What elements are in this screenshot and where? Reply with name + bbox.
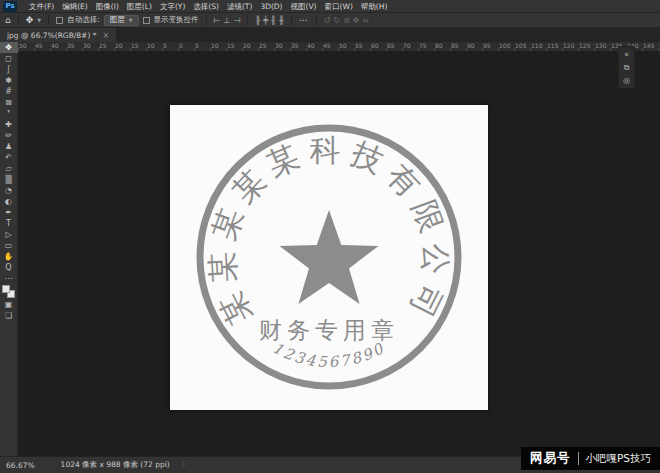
eraser-tool[interactable]: ▱ [0,163,18,174]
ruler-tick-label: 50 [18,42,34,51]
separator [247,15,248,25]
type-tool[interactable]: T [0,218,18,229]
edit-toolbar-button[interactable]: ⋯ [0,273,18,284]
ruler-tick-label: 80 [434,42,450,51]
foreground-color-swatch[interactable] [2,285,10,293]
magic-wand-tool[interactable]: ✱ [0,75,18,86]
separator [48,15,49,25]
crop-tool[interactable]: # [0,86,18,97]
ruler-tick-label: 120 [562,42,578,51]
seal-numbers-text: 1234567890 [270,339,389,371]
ruler-tick-label: 75 [418,42,434,51]
tools-panel: ✥◻ʃ✱#⊠❜✚✏♟↶▱▒◔◐✒T▷▭✋Q ⋯ ▣ ❏ [0,42,18,456]
canvas-area[interactable]: 某某某某某科技有限公司 财务专用章 1234567890 [18,52,660,456]
color-swatches[interactable] [0,284,18,299]
ruler-tick-label: 100 [498,42,514,51]
clone-stamp-tool[interactable]: ♟ [0,141,18,152]
distribute-icons: ╟╪╢╫ [255,16,283,25]
show-transform-label: 显示变换控件 [154,15,199,25]
blur-tool[interactable]: ◔ [0,185,18,196]
auto-select-label: 自动选择: [67,15,100,25]
ruler-tick-label: 20 [242,42,258,51]
dodge-tool[interactable]: ◐ [0,196,18,207]
pen-tool[interactable]: ✒ [0,207,18,218]
ruler-tick-label: 40 [50,42,66,51]
align-center-icon[interactable]: ⊥ [223,16,230,25]
menu-layer[interactable]: 图层(L) [123,0,156,13]
ruler-tick-label: 65 [386,42,402,51]
menu-help[interactable]: 帮助(H) [357,0,392,13]
menu-3d[interactable]: 3D(D) [256,0,286,13]
eyedropper-tool[interactable]: ❜ [0,108,18,119]
ruler-tick-label: 105 [514,42,530,51]
brush-tool[interactable]: ✏ [0,130,18,141]
screen-mode-button[interactable]: ❏ [0,310,18,321]
shape-tool[interactable]: ▭ [0,240,18,251]
separator [316,15,317,25]
frame-tool[interactable]: ⊠ [0,97,18,108]
status-options-chevron[interactable]: 〉 [182,460,190,470]
ruler-tick-label: 25 [98,42,114,51]
healing-brush-tool[interactable]: ✚ [0,119,18,130]
ruler-tick-label: 50 [338,42,354,51]
path-selection-tool[interactable]: ▷ [0,229,18,240]
marquee-tool[interactable]: ◻ [0,53,18,64]
menu-type[interactable]: 文字(Y) [156,0,189,13]
document-canvas[interactable]: 某某某某某科技有限公司 财务专用章 1234567890 [170,105,488,410]
distribute-bottom-icon[interactable]: ╢ [271,16,276,25]
ruler-tick-label: 15 [130,42,146,51]
3d-slide-icon: ✥ [353,16,360,25]
ruler-tick-label: 10 [146,42,162,51]
menu-view[interactable]: 视图(V) [287,0,321,13]
properties-panel-icon[interactable]: ◎ [618,74,635,87]
3d-orbit-icon: ↺ [324,16,331,25]
menu-file[interactable]: 文件(F) [25,0,58,13]
seal-star [280,210,379,304]
ruler-tick-label: 5 [194,42,210,51]
ruler-tick-label: 30 [82,42,98,51]
menu-filter[interactable]: 滤镜(T) [223,0,256,13]
align-icons: ⊢⊥⊣ [214,16,241,25]
align-left-icon[interactable]: ⊢ [214,16,221,25]
lasso-tool[interactable]: ʃ [0,64,18,75]
ruler-tick-label: 55 [354,42,370,51]
ruler-tick-label: 20 [114,42,130,51]
menu-bar: Ps 文件(F)编辑(E)图像(I)图层(L)文字(Y)选择(S)滤镜(T)3D… [0,0,660,13]
ruler-tick-label: 125 [578,42,594,51]
3d-mode-icons: ↺↻⊚✥⇔ [324,16,370,25]
menu-edit[interactable]: 编辑(E) [58,0,92,13]
distribute-center-icon[interactable]: ╪ [263,16,268,25]
distribute-top-icon[interactable]: ╟ [255,16,260,25]
more-options-button[interactable]: ⋯ [299,15,309,25]
distribute-even-icon[interactable]: ╫ [279,16,284,25]
expand-panels-icon[interactable]: « [618,48,635,61]
history-brush-tool[interactable]: ↶ [0,152,18,163]
zoom-tool[interactable]: Q [0,262,18,273]
ruler-tick-label: 95 [482,42,498,51]
hand-tool[interactable]: ✋ [0,251,18,262]
align-right-icon[interactable]: ⊣ [233,16,240,25]
auto-select-checkbox[interactable] [56,17,63,24]
menu-items: 文件(F)编辑(E)图像(I)图层(L)文字(Y)选择(S)滤镜(T)3D(D)… [21,0,395,13]
3d-pan-icon: ⊚ [343,16,350,25]
move-tool[interactable]: ✥ [0,42,18,53]
gradient-tool[interactable]: ▒ [0,174,18,185]
ruler-tick-label: 40 [306,42,322,51]
tool-list: ✥◻ʃ✱#⊠❜✚✏♟↶▱▒◔◐✒T▷▭✋Q [0,42,18,273]
menu-select[interactable]: 选择(S) [189,0,223,13]
zoom-level-field[interactable]: 66.67% [6,461,35,470]
ruler-tick-label: 90 [466,42,482,51]
document-tab[interactable]: jpg @ 66.7%(RGB/8#) * × [0,28,116,42]
document-tab-title: jpg @ 66.7%(RGB/8#) * [7,31,96,40]
ruler-tick-label: 5 [162,42,178,51]
menu-window[interactable]: 窗口(W) [321,0,357,13]
document-info: 1024 像素 x 988 像素 (72 ppi) [61,460,170,470]
show-transform-checkbox[interactable] [143,17,150,24]
chevron-down-icon[interactable]: ▼ [37,17,41,23]
menu-image[interactable]: 图像(I) [92,0,123,13]
color-panel-icon[interactable]: ⧉ [618,61,635,74]
close-icon[interactable]: × [102,31,109,40]
auto-select-target-dropdown[interactable]: 图层 ▼ [104,15,139,26]
home-icon[interactable]: ⌂ [5,15,11,25]
quick-mask-button[interactable]: ▣ [0,299,18,310]
